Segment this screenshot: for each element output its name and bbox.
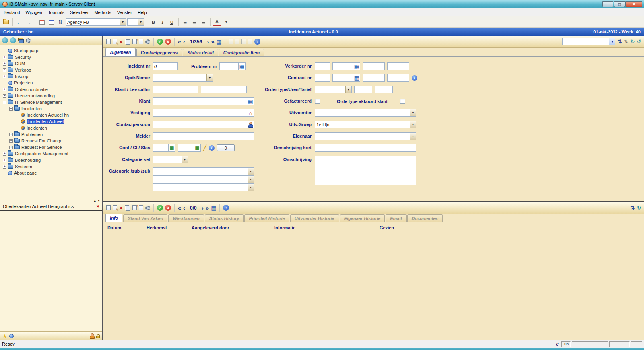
export-record-icon[interactable] xyxy=(132,205,137,210)
previous-record-icon[interactable] xyxy=(183,38,185,45)
chevron-down-icon[interactable]: ▼ xyxy=(345,86,351,93)
sidebar-item-it-service-management[interactable]: IT Service Management xyxy=(0,99,102,105)
last-record-icon[interactable] xyxy=(206,204,209,211)
klant-field[interactable] xyxy=(153,97,247,105)
bookmarks-icon[interactable] xyxy=(18,38,24,43)
menu-item-selecteer[interactable]: Selecteer xyxy=(67,9,91,16)
verkorder-nr-field-2[interactable] xyxy=(332,62,353,70)
probleem-nr-field[interactable] xyxy=(219,62,239,70)
sidebar-item-verkoop[interactable]: Verkoop xyxy=(0,67,102,73)
font-color-dropdown-icon[interactable] xyxy=(222,18,230,26)
categorie-sub-combo[interactable]: ▼ xyxy=(153,175,254,183)
calendar-search-icon[interactable] xyxy=(47,18,55,26)
building-icon[interactable] xyxy=(247,109,254,117)
expand-icon[interactable] xyxy=(3,88,6,91)
save-record-icon[interactable] xyxy=(157,39,163,45)
person-icon[interactable] xyxy=(247,121,254,128)
lookup-grid-icon[interactable] xyxy=(353,74,360,82)
user-icon[interactable] xyxy=(89,333,94,339)
previous-record-icon[interactable] xyxy=(183,204,185,211)
calendar-icon[interactable] xyxy=(38,18,46,26)
open-folder-icon[interactable] xyxy=(2,18,10,26)
contract-nr-field-3[interactable] xyxy=(363,74,385,82)
new-record-icon[interactable] xyxy=(106,205,111,210)
edit-record-icon[interactable] xyxy=(113,205,117,210)
info-icon[interactable] xyxy=(412,75,417,81)
opdr-nemer-combo[interactable]: ▼ xyxy=(153,74,213,82)
sidebar-item-request-for-change[interactable]: Request For Change xyxy=(0,138,102,144)
tab-configuratie-item[interactable]: Configuratie Item xyxy=(219,49,264,56)
omschrijving-kort-field[interactable] xyxy=(315,144,416,152)
sort-icon[interactable] xyxy=(617,39,622,45)
sidebar-item-security[interactable]: Security xyxy=(0,54,102,60)
chevron-down-icon[interactable]: ▼ xyxy=(248,184,254,191)
history-icon[interactable] xyxy=(637,39,641,45)
sidebar-item-incidenten-2[interactable]: Incidenten xyxy=(0,125,102,131)
tarief-field[interactable] xyxy=(375,86,393,93)
tab-info[interactable]: Info xyxy=(105,214,122,222)
lookup-grid-icon[interactable] xyxy=(353,62,360,70)
refresh-icon[interactable] xyxy=(630,39,635,45)
sidebar-splitter[interactable]: ▲ ▼ xyxy=(0,198,102,202)
first-record-icon[interactable] xyxy=(178,38,181,45)
expand-icon[interactable] xyxy=(9,133,13,136)
info-icon[interactable] xyxy=(209,145,215,151)
chevron-down-icon[interactable]: ▼ xyxy=(248,176,254,183)
italic-button[interactable]: I xyxy=(159,18,167,26)
align-center-icon[interactable] xyxy=(190,18,198,26)
eigenaar-combo[interactable]: ▼ xyxy=(315,132,416,140)
settings-gear-icon[interactable] xyxy=(145,206,150,210)
lev-callnr-field[interactable] xyxy=(201,86,247,93)
orde-type-akkoord-checkbox[interactable] xyxy=(400,99,405,104)
gefactureerd-checkbox[interactable] xyxy=(315,99,320,104)
duplicate-record-icon[interactable] xyxy=(125,205,130,211)
edit-record-icon[interactable] xyxy=(113,39,117,44)
cancel-record-icon[interactable] xyxy=(165,205,171,211)
sort-az-icon[interactable] xyxy=(56,18,64,26)
cancel-record-icon[interactable] xyxy=(165,39,171,45)
search-combo[interactable]: ▼ xyxy=(562,38,615,45)
categorie-set-combo[interactable]: ▼ xyxy=(153,156,188,163)
ci-lookup-icon[interactable] xyxy=(194,144,201,152)
klant-callnr-field[interactable] xyxy=(153,86,198,93)
sidebar-item-incidenten-actueel[interactable]: Incidenten Actueel xyxy=(0,118,102,125)
sort-icon[interactable] xyxy=(630,205,635,211)
verkorder-nr-field-1[interactable] xyxy=(315,62,330,70)
categorie-sub2-combo[interactable]: ▼ xyxy=(153,183,254,191)
sidebar-item-problemen[interactable]: Problemen xyxy=(0,131,102,138)
expand-icon[interactable] xyxy=(3,75,6,78)
menu-item-bestand[interactable]: Bestand xyxy=(1,9,23,16)
back-arrow-icon[interactable] xyxy=(15,18,23,26)
export-record-icon[interactable] xyxy=(132,39,137,44)
chevron-down-icon[interactable]: ▼ xyxy=(138,19,144,25)
categorie-combo[interactable]: ▼ xyxy=(153,167,254,175)
close-button[interactable] xyxy=(625,1,642,7)
uitvoerder-combo[interactable]: ▼ xyxy=(315,109,416,117)
maximize-button[interactable] xyxy=(614,1,625,7)
settings-gear-icon[interactable] xyxy=(26,38,31,43)
splitter-up-icon[interactable]: ▲ xyxy=(93,199,96,202)
font-family-combo[interactable]: Agency FB ▼ xyxy=(66,18,126,26)
chevron-down-icon[interactable]: ▼ xyxy=(182,156,188,163)
verkorder-nr-field-3[interactable] xyxy=(363,62,385,70)
delete-record-icon[interactable] xyxy=(119,38,123,45)
lookup-grid-icon[interactable] xyxy=(247,97,254,105)
settings-gear-icon[interactable] xyxy=(145,39,150,44)
tab-contactgegevens[interactable]: Contactgegevens xyxy=(136,49,182,56)
broom-icon[interactable] xyxy=(203,145,206,151)
new-record-icon[interactable] xyxy=(106,39,111,44)
conf-lookup-icon[interactable] xyxy=(169,144,175,152)
sidebar-item-boekhouding[interactable]: Boekhouding xyxy=(0,157,102,163)
minimize-button[interactable] xyxy=(602,1,613,7)
last-record-icon[interactable] xyxy=(211,38,214,45)
omschrijving-field[interactable] xyxy=(315,156,416,185)
lock-icon[interactable] xyxy=(96,334,100,338)
incident-nr-field[interactable] xyxy=(153,62,178,70)
document-icon[interactable] xyxy=(235,39,239,44)
save-record-icon[interactable] xyxy=(157,205,163,211)
expand-icon[interactable] xyxy=(3,152,6,156)
sidebar-item-crm[interactable]: CRM xyxy=(0,60,102,67)
world-icon[interactable] xyxy=(9,334,14,338)
first-record-icon[interactable] xyxy=(178,204,181,211)
collapse-icon[interactable] xyxy=(3,101,6,104)
